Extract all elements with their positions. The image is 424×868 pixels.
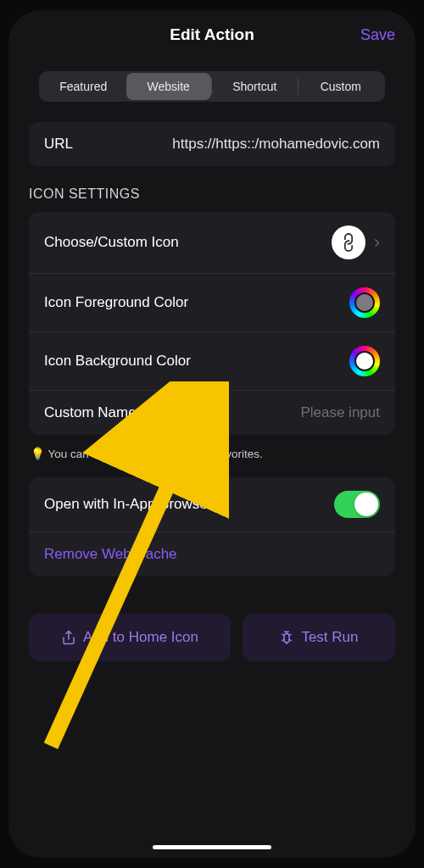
action-button-row: Add to Home Icon Test Run bbox=[29, 614, 395, 661]
header: Edit Action Save bbox=[8, 25, 416, 59]
segment-control: Featured Website Shortcut Custom bbox=[39, 71, 385, 102]
link-icon bbox=[337, 231, 360, 254]
add-to-home-label: Add to Home Icon bbox=[83, 629, 198, 646]
hint-text: 💡 You can add any website to your favori… bbox=[31, 447, 393, 460]
home-indicator[interactable] bbox=[153, 845, 271, 849]
custom-name-label: Custom Name bbox=[44, 404, 137, 421]
background-color-label: Icon Background Color bbox=[44, 353, 191, 370]
url-row[interactable]: URL https://https::/mohamedovic.com bbox=[29, 122, 395, 166]
test-run-button[interactable]: Test Run bbox=[243, 614, 395, 661]
background-color-row[interactable]: Icon Background Color bbox=[29, 332, 395, 391]
tab-shortcut[interactable]: Shortcut bbox=[212, 73, 298, 100]
toggle-knob bbox=[354, 492, 378, 516]
page-title: Edit Action bbox=[71, 25, 353, 44]
open-in-app-toggle[interactable] bbox=[334, 491, 380, 518]
test-run-label: Test Run bbox=[301, 629, 358, 646]
url-label: URL bbox=[44, 136, 73, 153]
save-button[interactable]: Save bbox=[353, 26, 395, 44]
add-to-home-button[interactable]: Add to Home Icon bbox=[29, 614, 231, 661]
browser-card: Open with In-App Browser Remove Web Cach… bbox=[29, 477, 395, 576]
open-in-app-label: Open with In-App Browser bbox=[44, 496, 212, 513]
color-picker-background[interactable] bbox=[349, 346, 380, 376]
icon-settings-card: Choose/Custom Icon › Icon Foreground Col… bbox=[29, 212, 395, 435]
svg-rect-1 bbox=[284, 634, 289, 643]
bug-icon bbox=[279, 630, 294, 645]
icon-preview bbox=[332, 225, 365, 259]
remove-cache-button[interactable]: Remove Web Cache bbox=[29, 532, 395, 576]
tab-website[interactable]: Website bbox=[126, 73, 212, 100]
color-swatch-white bbox=[354, 351, 375, 371]
icon-settings-heading: ICON SETTINGS bbox=[29, 186, 395, 202]
tab-featured[interactable]: Featured bbox=[41, 73, 126, 100]
color-swatch-grey bbox=[354, 292, 375, 313]
custom-name-row[interactable]: Custom Name Please input bbox=[29, 391, 395, 435]
choose-icon-label: Choose/Custom Icon bbox=[44, 234, 179, 251]
tab-custom[interactable]: Custom bbox=[298, 73, 384, 100]
foreground-color-row[interactable]: Icon Foreground Color bbox=[29, 274, 395, 332]
color-picker-foreground[interactable] bbox=[349, 287, 380, 318]
foreground-color-label: Icon Foreground Color bbox=[44, 294, 188, 311]
url-card: URL https://https::/mohamedovic.com bbox=[29, 122, 395, 166]
open-in-app-row: Open with In-App Browser bbox=[29, 477, 395, 532]
custom-name-input[interactable]: Please input bbox=[300, 404, 380, 421]
share-up-icon bbox=[61, 630, 76, 645]
choose-icon-row[interactable]: Choose/Custom Icon › bbox=[29, 212, 395, 274]
url-value: https://https::/mohamedovic.com bbox=[90, 136, 380, 153]
chevron-right-icon: › bbox=[374, 231, 380, 253]
screen-container: Edit Action Save Featured Website Shortc… bbox=[8, 10, 416, 858]
